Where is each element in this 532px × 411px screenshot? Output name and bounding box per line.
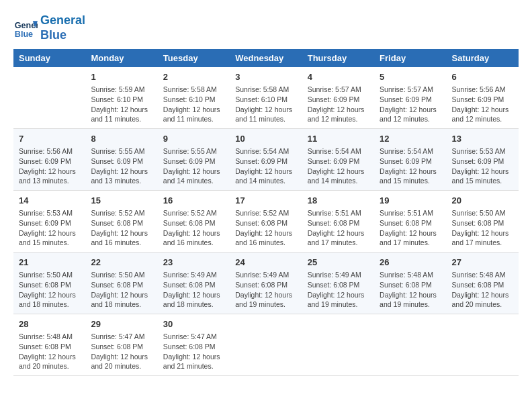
calendar-cell: 13Sunrise: 5:53 AM Sunset: 6:09 PM Dayli… xyxy=(447,129,519,191)
day-number: 30 xyxy=(163,318,224,330)
calendar-week: 14Sunrise: 5:53 AM Sunset: 6:09 PM Dayli… xyxy=(13,191,519,253)
day-info: Sunrise: 5:48 AM Sunset: 6:08 PM Dayligh… xyxy=(19,332,80,371)
calendar-cell: 21Sunrise: 5:50 AM Sunset: 6:08 PM Dayli… xyxy=(13,253,85,314)
day-info: Sunrise: 5:48 AM Sunset: 6:08 PM Dayligh… xyxy=(452,270,513,310)
day-number: 13 xyxy=(452,133,513,145)
day-number: 9 xyxy=(163,133,224,145)
calendar-cell: 26Sunrise: 5:48 AM Sunset: 6:08 PM Dayli… xyxy=(374,253,446,314)
calendar-cell: 14Sunrise: 5:53 AM Sunset: 6:09 PM Dayli… xyxy=(13,191,85,253)
calendar-week: 7Sunrise: 5:56 AM Sunset: 6:09 PM Daylig… xyxy=(13,129,519,191)
calendar-body: 1Sunrise: 5:59 AM Sunset: 6:10 PM Daylig… xyxy=(13,67,519,375)
day-info: Sunrise: 5:53 AM Sunset: 6:09 PM Dayligh… xyxy=(19,208,80,248)
logo: General Blue GeneralBlue xyxy=(13,13,85,42)
day-number: 26 xyxy=(380,257,441,269)
day-info: Sunrise: 5:54 AM Sunset: 6:09 PM Dayligh… xyxy=(235,146,296,186)
calendar-cell: 10Sunrise: 5:54 AM Sunset: 6:09 PM Dayli… xyxy=(230,129,302,191)
calendar-cell xyxy=(374,314,446,375)
svg-text:Blue: Blue xyxy=(15,29,33,38)
calendar-cell: 23Sunrise: 5:49 AM Sunset: 6:08 PM Dayli… xyxy=(158,253,230,314)
calendar-cell: 3Sunrise: 5:58 AM Sunset: 6:10 PM Daylig… xyxy=(230,67,302,128)
day-number: 8 xyxy=(91,133,152,145)
day-info: Sunrise: 5:57 AM Sunset: 6:09 PM Dayligh… xyxy=(308,85,369,124)
day-number: 3 xyxy=(235,71,296,83)
day-info: Sunrise: 5:50 AM Sunset: 6:08 PM Dayligh… xyxy=(19,270,80,310)
day-number: 2 xyxy=(163,71,224,83)
day-info: Sunrise: 5:50 AM Sunset: 6:08 PM Dayligh… xyxy=(452,208,513,248)
day-number: 7 xyxy=(19,133,80,145)
calendar-cell: 5Sunrise: 5:57 AM Sunset: 6:09 PM Daylig… xyxy=(374,67,446,128)
day-info: Sunrise: 5:56 AM Sunset: 6:09 PM Dayligh… xyxy=(452,85,513,124)
day-number: 29 xyxy=(91,318,152,330)
day-info: Sunrise: 5:58 AM Sunset: 6:10 PM Dayligh… xyxy=(235,85,296,124)
calendar-cell: 15Sunrise: 5:52 AM Sunset: 6:08 PM Dayli… xyxy=(85,191,157,253)
day-info: Sunrise: 5:50 AM Sunset: 6:08 PM Dayligh… xyxy=(91,270,152,310)
calendar-cell: 9Sunrise: 5:55 AM Sunset: 6:09 PM Daylig… xyxy=(158,129,230,191)
day-number: 14 xyxy=(19,195,80,207)
day-info: Sunrise: 5:51 AM Sunset: 6:08 PM Dayligh… xyxy=(308,208,369,248)
day-number: 12 xyxy=(380,133,441,145)
day-number: 20 xyxy=(452,195,513,207)
day-info: Sunrise: 5:52 AM Sunset: 6:08 PM Dayligh… xyxy=(235,208,296,248)
day-info: Sunrise: 5:49 AM Sunset: 6:08 PM Dayligh… xyxy=(235,270,296,310)
calendar-cell: 2Sunrise: 5:58 AM Sunset: 6:10 PM Daylig… xyxy=(158,67,230,128)
logo-icon: General Blue xyxy=(13,16,38,40)
day-number: 25 xyxy=(308,257,369,269)
calendar-week: 1Sunrise: 5:59 AM Sunset: 6:10 PM Daylig… xyxy=(13,67,519,128)
day-info: Sunrise: 5:59 AM Sunset: 6:10 PM Dayligh… xyxy=(91,85,152,124)
calendar-week: 21Sunrise: 5:50 AM Sunset: 6:08 PM Dayli… xyxy=(13,253,519,314)
calendar-header: SundayMondayTuesdayWednesdayThursdayFrid… xyxy=(13,49,519,67)
day-number: 28 xyxy=(19,318,80,330)
day-info: Sunrise: 5:52 AM Sunset: 6:08 PM Dayligh… xyxy=(91,208,152,248)
day-info: Sunrise: 5:54 AM Sunset: 6:09 PM Dayligh… xyxy=(380,146,441,186)
weekday-header: Saturday xyxy=(447,49,519,67)
day-info: Sunrise: 5:54 AM Sunset: 6:09 PM Dayligh… xyxy=(308,146,369,186)
day-number: 19 xyxy=(380,195,441,207)
day-number: 16 xyxy=(163,195,224,207)
day-info: Sunrise: 5:48 AM Sunset: 6:08 PM Dayligh… xyxy=(380,270,441,310)
calendar-week: 28Sunrise: 5:48 AM Sunset: 6:08 PM Dayli… xyxy=(13,314,519,375)
calendar-table: SundayMondayTuesdayWednesdayThursdayFrid… xyxy=(13,49,519,376)
calendar-cell: 6Sunrise: 5:56 AM Sunset: 6:09 PM Daylig… xyxy=(447,67,519,128)
day-number: 23 xyxy=(163,257,224,269)
day-number: 6 xyxy=(452,71,513,83)
calendar-cell: 4Sunrise: 5:57 AM Sunset: 6:09 PM Daylig… xyxy=(302,67,374,128)
calendar-cell: 27Sunrise: 5:48 AM Sunset: 6:08 PM Dayli… xyxy=(447,253,519,314)
day-info: Sunrise: 5:49 AM Sunset: 6:08 PM Dayligh… xyxy=(163,270,224,310)
calendar-cell: 7Sunrise: 5:56 AM Sunset: 6:09 PM Daylig… xyxy=(13,129,85,191)
day-info: Sunrise: 5:58 AM Sunset: 6:10 PM Dayligh… xyxy=(163,85,224,124)
day-number: 17 xyxy=(235,195,296,207)
weekday-header: Friday xyxy=(374,49,446,67)
calendar-cell: 22Sunrise: 5:50 AM Sunset: 6:08 PM Dayli… xyxy=(85,253,157,314)
calendar-cell xyxy=(230,314,302,375)
day-info: Sunrise: 5:47 AM Sunset: 6:08 PM Dayligh… xyxy=(163,332,224,371)
page-header: General Blue GeneralBlue xyxy=(13,13,519,42)
day-number: 4 xyxy=(308,71,369,83)
calendar-cell: 18Sunrise: 5:51 AM Sunset: 6:08 PM Dayli… xyxy=(302,191,374,253)
calendar-cell: 1Sunrise: 5:59 AM Sunset: 6:10 PM Daylig… xyxy=(85,67,157,128)
day-number: 10 xyxy=(235,133,296,145)
day-number: 15 xyxy=(91,195,152,207)
calendar-cell: 20Sunrise: 5:50 AM Sunset: 6:08 PM Dayli… xyxy=(447,191,519,253)
day-info: Sunrise: 5:52 AM Sunset: 6:08 PM Dayligh… xyxy=(163,208,224,248)
calendar-cell xyxy=(302,314,374,375)
calendar-cell: 8Sunrise: 5:55 AM Sunset: 6:09 PM Daylig… xyxy=(85,129,157,191)
calendar-cell: 30Sunrise: 5:47 AM Sunset: 6:08 PM Dayli… xyxy=(158,314,230,375)
day-info: Sunrise: 5:51 AM Sunset: 6:08 PM Dayligh… xyxy=(380,208,441,248)
day-number: 22 xyxy=(91,257,152,269)
calendar-cell: 16Sunrise: 5:52 AM Sunset: 6:08 PM Dayli… xyxy=(158,191,230,253)
logo-text: GeneralBlue xyxy=(40,13,85,42)
day-info: Sunrise: 5:49 AM Sunset: 6:08 PM Dayligh… xyxy=(308,270,369,310)
calendar-cell: 24Sunrise: 5:49 AM Sunset: 6:08 PM Dayli… xyxy=(230,253,302,314)
weekday-header: Monday xyxy=(85,49,157,67)
day-info: Sunrise: 5:55 AM Sunset: 6:09 PM Dayligh… xyxy=(91,146,152,186)
day-info: Sunrise: 5:57 AM Sunset: 6:09 PM Dayligh… xyxy=(380,85,441,124)
day-number: 27 xyxy=(452,257,513,269)
day-number: 1 xyxy=(91,71,152,83)
day-number: 5 xyxy=(380,71,441,83)
day-number: 21 xyxy=(19,257,80,269)
day-info: Sunrise: 5:47 AM Sunset: 6:08 PM Dayligh… xyxy=(91,332,152,371)
day-number: 24 xyxy=(235,257,296,269)
calendar-cell: 19Sunrise: 5:51 AM Sunset: 6:08 PM Dayli… xyxy=(374,191,446,253)
calendar-cell: 11Sunrise: 5:54 AM Sunset: 6:09 PM Dayli… xyxy=(302,129,374,191)
calendar-cell xyxy=(447,314,519,375)
